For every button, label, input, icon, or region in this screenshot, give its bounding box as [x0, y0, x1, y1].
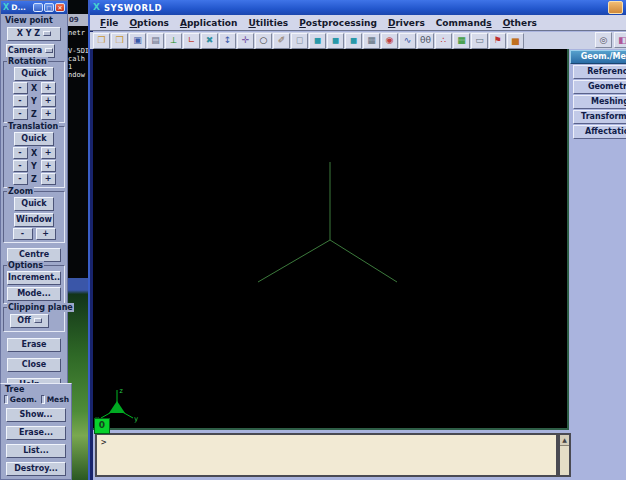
histogram-icon-button[interactable]: ▅ — [507, 33, 524, 49]
erase-button[interactable]: Erase — [7, 338, 61, 352]
option-menu-icon — [34, 318, 42, 323]
rotation-title: Rotation — [7, 57, 48, 66]
shaded-box-icon-button[interactable]: ◼ — [309, 33, 326, 49]
centre-button[interactable]: Centre — [7, 248, 61, 262]
close-button[interactable]: Close — [7, 358, 61, 372]
rotation-z-minus-button[interactable]: - — [13, 108, 28, 120]
flag-icon-button[interactable]: ⚑ — [489, 33, 506, 49]
translation-row-z: -Z+ — [5, 173, 63, 185]
hierarchy-icon-button[interactable]: ∴ — [435, 33, 452, 49]
camera-icon-button[interactable]: ◎ — [595, 32, 612, 48]
zoom-quick-button[interactable]: Quick — [14, 197, 54, 211]
translation-row-x: -X+ — [5, 147, 63, 159]
mesh-box-icon-button[interactable]: ▦ — [363, 33, 380, 49]
tree-erase-button[interactable]: Erase... — [6, 426, 66, 440]
translation-y-plus-button[interactable]: + — [41, 160, 56, 172]
increment-button[interactable]: Increment... — [7, 271, 61, 285]
translation-quick-button[interactable]: Quick — [14, 132, 54, 146]
tree-show-button[interactable]: Show... — [6, 408, 66, 422]
translation-axis-label: X — [31, 149, 38, 158]
menu-drivers[interactable]: Drivers — [388, 18, 425, 28]
right-panel-header-geom-mesh[interactable]: Geom./Mesh — [570, 50, 626, 64]
print-icon-button[interactable]: ▤ — [147, 33, 164, 49]
zoom-title: Zoom — [7, 187, 34, 196]
zoom-window-button[interactable]: Window — [14, 213, 54, 227]
menu-postprocessing[interactable]: Postprocessing — [299, 18, 377, 28]
tree-list-button[interactable]: List... — [6, 444, 66, 458]
translation-y-minus-button[interactable]: - — [13, 160, 28, 172]
clipping-off-option-menu[interactable]: Off — [10, 314, 49, 328]
shaded-box2-icon: ◼ — [332, 36, 339, 45]
fit-view-icon: ✖ — [206, 36, 214, 45]
pan-vertical-icon-button[interactable]: ↕ — [219, 33, 236, 49]
title-bar[interactable]: X SYSWORLD — [90, 0, 626, 15]
minimize-button[interactable]: _ — [33, 3, 43, 12]
mode-button[interactable]: Mode... — [7, 287, 61, 301]
menu-options[interactable]: Options — [129, 18, 168, 28]
maximize-button[interactable]: □ — [44, 3, 54, 12]
viewpoint-titlebar[interactable]: X D... _ □ ✕ — [1, 1, 67, 14]
rotation-y-minus-button[interactable]: - — [13, 95, 28, 107]
clipping-value: Off — [17, 316, 30, 325]
save-icon: ▣ — [133, 36, 142, 45]
colored-sphere-icon-button[interactable]: ◉ — [381, 33, 398, 49]
pan-icon-button[interactable]: ✛ — [237, 33, 254, 49]
menu-commands[interactable]: Commands — [436, 18, 492, 28]
translation-x-minus-button[interactable]: - — [13, 147, 28, 159]
fit-view-icon-button[interactable]: ✖ — [201, 33, 218, 49]
option-menu-icon — [45, 48, 53, 53]
tree-checkbox-mesh[interactable] — [41, 395, 45, 404]
erase-icon-button[interactable]: ✐ — [273, 33, 290, 49]
label-box-icon-button[interactable]: ▭ — [471, 33, 488, 49]
axis-triad-graphics: z x y — [93, 49, 567, 428]
shaded-box3-icon-button[interactable]: ◼ — [345, 33, 362, 49]
rotation-row-z: -Z+ — [5, 108, 63, 120]
right-panel-button-affectation[interactable]: Affectation — [573, 125, 626, 139]
right-panel-button-geometry[interactable]: Geometry — [573, 80, 626, 94]
right-panel-button-meshing[interactable]: Meshing — [573, 95, 626, 109]
green-grid-icon-button[interactable]: ▦ — [453, 33, 470, 49]
menu-application[interactable]: Application — [180, 18, 238, 28]
zoom-in-button[interactable]: + — [36, 228, 56, 240]
translation-z-minus-button[interactable]: - — [13, 173, 28, 185]
shaded-box2-icon-button[interactable]: ◼ — [327, 33, 344, 49]
rotation-x-plus-button[interactable]: + — [41, 82, 56, 94]
import-icon-button[interactable]: ❒ — [111, 33, 128, 49]
minimize-button[interactable] — [608, 1, 623, 14]
rotation-quick-button[interactable]: Quick — [14, 67, 54, 81]
zoom-out-button[interactable]: - — [13, 228, 33, 240]
wireframe-box-icon-button[interactable]: ◻ — [291, 33, 308, 49]
corner-axes-icon-button[interactable]: ∟ — [183, 33, 200, 49]
palette-icon-button[interactable]: ◧ — [614, 32, 626, 48]
axes-icon-button[interactable]: ⟂ — [165, 33, 182, 49]
menu-file[interactable]: File — [100, 18, 118, 28]
command-input[interactable]: > — [95, 433, 558, 477]
ee-icon-button[interactable]: θθ — [417, 33, 434, 49]
translation-title: Translation — [7, 122, 59, 131]
save-icon-button[interactable]: ▣ — [129, 33, 146, 49]
rotation-x-minus-button[interactable]: - — [13, 82, 28, 94]
right-panel-button-reference[interactable]: Reference — [573, 65, 626, 79]
zoom-icon-button[interactable]: ○ — [255, 33, 272, 49]
command-scrollbar[interactable]: ▲ — [558, 433, 571, 477]
graphics-canvas[interactable]: z x y — [93, 49, 569, 430]
right-panel-button-transformat[interactable]: Transformat. — [573, 110, 626, 124]
open-icon-button[interactable]: ❐ — [93, 33, 110, 49]
menu-utilities[interactable]: Utilities — [248, 18, 288, 28]
translation-axis-label: Z — [31, 175, 38, 184]
menu-others[interactable]: Others — [503, 18, 537, 28]
tree-destroy-button[interactable]: Destroy... — [6, 462, 66, 476]
translation-x-plus-button[interactable]: + — [41, 147, 56, 159]
clipping-plane-title: Clipping plane — [7, 303, 74, 312]
scroll-up-icon[interactable]: ▲ — [560, 435, 569, 446]
tree-checkbox-geom[interactable] — [4, 395, 8, 404]
rotation-z-plus-button[interactable]: + — [41, 108, 56, 120]
close-icon[interactable]: ✕ — [55, 3, 65, 12]
translation-z-plus-button[interactable]: + — [41, 173, 56, 185]
hierarchy-icon: ∴ — [441, 36, 447, 45]
flag-icon: ⚑ — [493, 36, 501, 45]
camera-option-menu[interactable]: Camera — [6, 44, 55, 58]
curve-plot-icon-button[interactable]: ∿ — [399, 33, 416, 49]
rotation-y-plus-button[interactable]: + — [41, 95, 56, 107]
xyz-option-menu[interactable]: X Y Z — [7, 27, 61, 41]
